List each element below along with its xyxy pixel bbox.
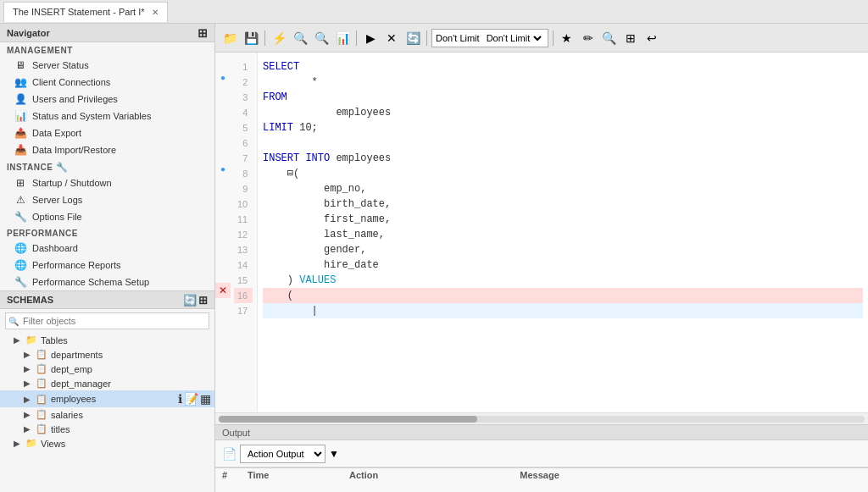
code-text: emp_no, — [263, 181, 366, 196]
cancel-button[interactable]: ✕ — [382, 29, 401, 47]
code-text: employees — [263, 105, 391, 120]
output-panel: Output 📄 Action Output History Output ▼ … — [215, 424, 868, 492]
clear-button[interactable]: ✏ — [579, 29, 598, 47]
output-col-hash: # — [222, 470, 248, 480]
horizontal-scrollbar[interactable] — [215, 412, 868, 424]
code-line-15: ) VALUES — [263, 273, 863, 288]
navigator-expand-icon[interactable]: ⊞ — [198, 26, 208, 40]
tree-item-label: dept_emp — [51, 364, 92, 374]
tab-title: The INSERT Statement - Part I* — [13, 7, 145, 17]
data-import-icon: 📥 — [14, 143, 27, 157]
sidebar-item-label: Data Import/Restore — [32, 145, 116, 155]
sidebar-item-startup-shutdown[interactable]: ⊞ Startup / Shutdown — [0, 174, 214, 191]
schemas-filter-input[interactable] — [5, 312, 209, 329]
keyword-limit: LIMIT — [263, 120, 299, 135]
output-toolbar: 📄 Action Output History Output ▼ — [215, 440, 868, 467]
tree-arrow: ▶ — [24, 424, 34, 434]
performance-schema-icon: 🔧 — [14, 275, 27, 289]
tree-item-dept-emp[interactable]: ▶ 📋 dept_emp — [0, 362, 214, 376]
sidebar-item-options-file[interactable]: 🔧 Options File — [0, 208, 214, 225]
output-col-action: Action — [349, 470, 520, 480]
server-logs-icon: ⚠ — [14, 193, 27, 207]
code-line-11: first_name, — [263, 212, 863, 227]
sidebar-item-label: Dashboard — [32, 243, 78, 253]
limit-dropdown[interactable]: Don't Limit 1000 rows 500 rows — [483, 32, 544, 44]
users-privileges-icon: 👤 — [14, 92, 27, 106]
run-button[interactable]: ▶ — [361, 29, 380, 47]
table-actions: ℹ 📝 ▦ — [178, 392, 211, 406]
limit-select-container: Don't Limit Don't Limit 1000 rows 500 ro… — [431, 29, 548, 47]
save-button[interactable]: 💾 — [242, 29, 260, 47]
toolbar-separator-4 — [553, 30, 554, 46]
table-edit-icon[interactable]: 📝 — [184, 392, 198, 406]
editor-tab[interactable]: The INSERT Statement - Part I* ✕ — [3, 2, 168, 22]
schemas-header: SCHEMAS 🔄 ⊞ — [0, 290, 214, 309]
tab-bar: The INSERT Statement - Part I* ✕ — [0, 0, 868, 24]
schemas-toolbar: 🔄 ⊞ — [183, 294, 208, 307]
tree-arrow: ▶ — [24, 350, 34, 359]
line-num-9: 9 — [234, 181, 253, 196]
find-button[interactable]: 🔍 — [600, 29, 619, 47]
tree-item-views[interactable]: ▶ 📁 Views — [0, 436, 214, 451]
visual-explain-button[interactable]: 📊 — [333, 29, 352, 47]
code-line-5: LIMIT 10; — [263, 120, 863, 135]
toolbar-separator-2 — [356, 30, 357, 46]
table-info-icon[interactable]: ℹ — [178, 392, 182, 406]
h-scroll-track[interactable] — [219, 416, 865, 423]
code-line-8: ⊟( — [263, 166, 863, 181]
code-line-2: * — [263, 75, 863, 90]
open-button[interactable]: 📁 — [220, 29, 239, 47]
code-text: employees — [336, 151, 391, 166]
explain-button[interactable]: 🔍 — [291, 29, 309, 47]
output-header: Output — [215, 425, 868, 440]
instance-section-title: INSTANCE 🔧 — [0, 158, 214, 174]
sidebar-item-data-import[interactable]: 📥 Data Import/Restore — [0, 141, 214, 158]
output-col-message: Message — [520, 470, 861, 480]
settings-button[interactable]: ⊞ — [621, 29, 640, 47]
table-select-icon[interactable]: ▦ — [200, 392, 211, 406]
tab-close-button[interactable]: ✕ — [152, 8, 159, 17]
sidebar-item-label: Client Connections — [32, 77, 110, 87]
tree-arrow: ▶ — [24, 395, 34, 404]
tree-item-tables[interactable]: ▶ 📁 Tables — [0, 333, 214, 347]
sidebar-item-client-connections[interactable]: 👥 Client Connections — [0, 74, 214, 91]
line-num-1: 1 — [234, 59, 253, 75]
sidebar-item-label: Performance Schema Setup — [32, 277, 149, 287]
tree-item-salaries[interactable]: ▶ 📋 salaries — [0, 407, 214, 422]
code-line-1: SELECT — [263, 59, 863, 75]
schemas-refresh-icon[interactable]: 🔄 — [183, 294, 197, 307]
tree-arrow: ▶ — [14, 439, 24, 448]
tree-item-employees[interactable]: ▶ 📋 employees ℹ 📝 ▦ — [0, 390, 214, 407]
tree-item-titles[interactable]: ▶ 📋 titles — [0, 422, 214, 436]
performance-reports-icon: 🌐 — [14, 258, 27, 272]
code-editor-content[interactable]: SELECT * FROM employees LIMIT 10; INSERT… — [258, 53, 868, 412]
editor-area[interactable]: ● ● ✕ — [215, 53, 868, 412]
output-columns-header: # Time Action Message — [215, 467, 868, 482]
output-doc-icon: 📄 — [222, 447, 236, 461]
tree-item-label: dept_manager — [51, 379, 111, 389]
wrap-button[interactable]: ↩ — [643, 29, 661, 47]
main-layout: Navigator ⊞ MANAGEMENT 🖥 Server Status 👥… — [0, 24, 868, 492]
refresh-button[interactable]: 🔄 — [403, 29, 422, 47]
schemas-expand-icon[interactable]: ⊞ — [198, 294, 208, 307]
sidebar-item-dashboard[interactable]: 🌐 Dashboard — [0, 240, 214, 257]
sidebar-item-server-status[interactable]: 🖥 Server Status — [0, 57, 214, 74]
sidebar-item-label: Options File — [32, 212, 82, 222]
indicator-column: ● ● ✕ — [215, 53, 231, 412]
sidebar-item-performance-schema[interactable]: 🔧 Performance Schema Setup — [0, 274, 214, 290]
tree-arrow: ▶ — [24, 410, 34, 419]
sidebar-item-data-export[interactable]: 📤 Data Export — [0, 124, 214, 141]
stop-button[interactable]: 🔍 — [312, 29, 331, 47]
bookmark-button[interactable]: ★ — [558, 29, 576, 47]
keyword-select: SELECT — [263, 59, 299, 75]
h-scroll-thumb[interactable] — [219, 416, 477, 423]
tree-item-departments[interactable]: ▶ 📋 departments — [0, 347, 214, 362]
code-text: first_name, — [263, 212, 391, 227]
sidebar-item-status-variables[interactable]: 📊 Status and System Variables — [0, 108, 214, 124]
output-type-select[interactable]: Action Output History Output — [240, 445, 326, 463]
sidebar-item-users-privileges[interactable]: 👤 Users and Privileges — [0, 91, 214, 108]
sidebar-item-server-logs[interactable]: ⚠ Server Logs — [0, 191, 214, 208]
sidebar-item-performance-reports[interactable]: 🌐 Performance Reports — [0, 257, 214, 274]
tree-item-dept-manager[interactable]: ▶ 📋 dept_manager — [0, 376, 214, 390]
execute-button[interactable]: ⚡ — [270, 29, 288, 47]
